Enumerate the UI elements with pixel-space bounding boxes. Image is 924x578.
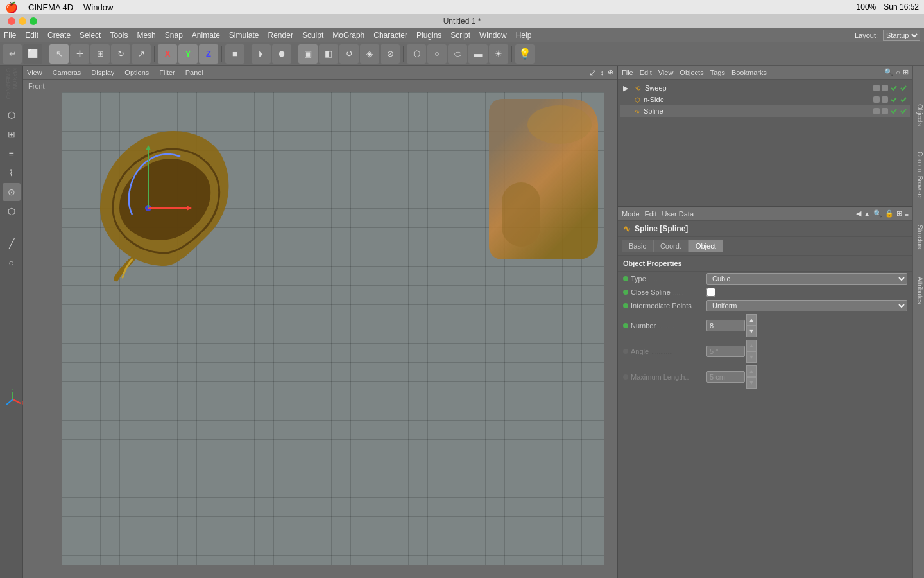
menu-render[interactable]: Render [268,31,293,40]
checker-icon[interactable]: ⊞ [3,125,21,143]
menu-tools[interactable]: Tools [110,31,128,40]
type-select[interactable]: Cubic [706,273,907,285]
select2-tool[interactable]: ↗ [132,44,151,64]
nside-name[interactable]: n-Side [644,96,664,103]
menu-sculpt[interactable]: Sculpt [302,31,323,40]
prop-type-value[interactable]: Cubic [706,273,907,285]
cube-side-icon[interactable]: ⬡ [3,106,21,124]
props-nav-left[interactable]: ◀ [856,209,861,218]
sweep-name[interactable]: Sweep [645,84,667,92]
viewport1[interactable]: ▣ [298,44,318,64]
close-spline-checkbox[interactable] [706,288,715,297]
window-controls[interactable] [8,17,37,25]
menu-edit[interactable]: Edit [25,31,38,40]
menu-simulate[interactable]: Simulate [229,31,259,40]
bulb-btn[interactable]: 💡 [515,44,535,64]
move-tool[interactable]: ✛ [70,44,89,64]
intermediate-select[interactable]: Uniform Adaptive Subdivided [706,300,907,311]
menu-file[interactable]: File [4,31,16,40]
prop-intermediate-value[interactable]: Uniform Adaptive Subdivided [706,300,907,311]
sphere-tool[interactable]: ○ [427,44,447,64]
minimize-button[interactable] [19,17,26,25]
vp-display-menu[interactable]: Display [91,69,114,76]
record-btn[interactable]: ⏺ [272,44,291,64]
vis1[interactable] [873,85,880,91]
obj-home-icon[interactable]: ⌂ [896,68,900,76]
nurbs-icon[interactable]: ⬡ [3,202,21,220]
z-axis[interactable]: Z [199,44,218,64]
angle-down[interactable]: ▼ [746,351,757,363]
number-input[interactable] [706,320,745,331]
maxlength-down[interactable]: ▼ [746,377,757,389]
app-name[interactable]: CINEMA 4D [28,3,73,12]
viewport4[interactable]: ◈ [360,44,379,64]
menu-animate[interactable]: Animate [192,31,220,40]
vp-panel-menu[interactable]: Panel [185,69,203,76]
layers-icon[interactable]: ≡ [3,144,21,162]
tab-structure[interactable]: Structure [913,212,925,264]
vp-icon1[interactable]: ⤢ [589,67,597,78]
menu-window[interactable]: Window [479,31,507,40]
cube-tool[interactable]: ⬡ [407,44,426,64]
redo-icon[interactable]: ⬜ [23,44,42,64]
props-grid2[interactable]: ≡ [905,210,909,218]
object-spline[interactable]: ∿ Spline [620,105,910,117]
lights-btn[interactable]: ☀ [489,44,508,64]
tab-basic[interactable]: Basic [622,240,653,252]
vp-filter-menu[interactable]: Filter [159,69,175,76]
hvis2[interactable] [882,108,888,114]
props-expand[interactable]: ⊞ [896,209,902,218]
prop-number-value[interactable]: ▲ ▼ [706,314,907,337]
scale-tool[interactable]: ⊞ [90,44,110,64]
tab-attributes[interactable]: Attributes [913,264,925,317]
vp-icon2[interactable]: ↕ [601,69,604,76]
spline-name[interactable]: Spline [644,107,663,115]
tab-objects[interactable]: Objects [913,91,925,139]
circle-icon[interactable]: ○ [3,254,21,272]
props-lock[interactable]: 🔒 [885,209,894,218]
rotate-tool[interactable]: ↻ [111,44,130,64]
select-tool[interactable]: ↖ [49,44,69,64]
undo-icon[interactable]: ↩ [3,44,22,64]
menu-snap[interactable]: Snap [165,31,183,40]
menu-window[interactable]: Window [83,3,113,12]
obj-objects-menu[interactable]: Objects [680,69,703,76]
maximize-button[interactable] [30,17,37,25]
obj-view-menu[interactable]: View [658,69,674,76]
timeline-btn[interactable]: ⏵ [252,44,271,64]
vp-icon3[interactable]: ⊕ [608,68,613,76]
hvis1[interactable] [873,108,880,114]
deform-icon[interactable]: ⌇ [3,164,21,182]
props-mode-menu[interactable]: Mode [622,210,640,218]
apple-menu[interactable]: 🍎 [5,1,18,13]
obj-file-menu[interactable]: File [622,69,633,76]
tab-coord[interactable]: Coord. [653,240,689,252]
obj-tags-menu[interactable]: Tags [710,69,725,76]
number-up[interactable]: ▲ [746,314,757,326]
plane-tool[interactable]: ▬ [468,44,488,64]
viewport3[interactable]: ↺ [339,44,359,64]
nvis2[interactable] [882,96,888,103]
vp-options-menu[interactable]: Options [124,69,149,76]
menu-create[interactable]: Create [47,31,71,40]
tab-object[interactable]: Object [689,240,723,252]
viewport[interactable]: Front [23,80,617,578]
spline-side-icon[interactable]: ⊙ [3,183,21,201]
menu-mograph[interactable]: MoGraph [332,31,364,40]
props-search2[interactable]: 🔍 [873,209,882,218]
props-userdata-menu[interactable]: User Data [662,210,694,218]
shape-icon[interactable]: ╱ [3,234,21,252]
menu-mesh[interactable]: Mesh [137,31,155,40]
viewport5[interactable]: ⊘ [381,44,400,64]
viewport2[interactable]: ◧ [319,44,338,64]
obj-bookmarks-menu[interactable]: Bookmarks [732,69,767,76]
menu-help[interactable]: Help [516,31,532,40]
props-edit-menu[interactable]: Edit [645,210,657,218]
object-nside[interactable]: ⬡ n-Side [620,94,910,105]
obj-edit-menu[interactable]: Edit [640,69,652,76]
menu-plugins[interactable]: Plugins [416,31,441,40]
menu-script[interactable]: Script [450,31,470,40]
vis2[interactable] [882,85,888,91]
x-axis[interactable]: X [158,44,177,64]
tab-content-browser[interactable]: Content Browser [913,139,925,212]
